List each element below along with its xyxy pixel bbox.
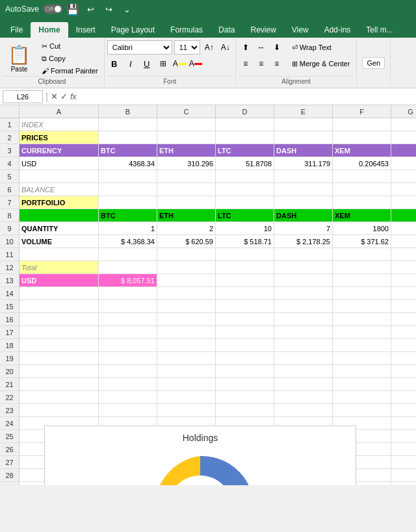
table-cell[interactable] xyxy=(274,404,333,417)
table-cell[interactable] xyxy=(216,352,274,365)
table-cell[interactable] xyxy=(216,118,274,131)
table-cell[interactable]: LTC xyxy=(216,209,274,222)
col-header-a[interactable]: A xyxy=(20,105,99,118)
align-left-button[interactable]: ≡ xyxy=(239,57,253,71)
table-cell[interactable]: BTC xyxy=(99,144,157,157)
table-cell[interactable] xyxy=(391,196,416,209)
table-cell[interactable] xyxy=(333,118,391,131)
table-cell[interactable] xyxy=(391,339,416,352)
table-cell[interactable] xyxy=(157,287,216,300)
table-cell[interactable]: XEM xyxy=(333,144,391,157)
table-cell[interactable] xyxy=(99,118,157,131)
tab-home[interactable]: Home xyxy=(31,22,68,38)
table-cell[interactable] xyxy=(391,313,416,326)
table-cell[interactable] xyxy=(216,391,274,404)
table-cell[interactable] xyxy=(20,313,99,326)
table-cell[interactable] xyxy=(20,287,99,300)
table-cell[interactable] xyxy=(157,118,216,131)
table-cell[interactable] xyxy=(99,170,157,183)
table-cell[interactable] xyxy=(216,404,274,417)
table-cell[interactable] xyxy=(157,391,216,404)
table-cell[interactable] xyxy=(391,261,416,274)
table-cell[interactable] xyxy=(274,261,333,274)
table-cell[interactable] xyxy=(157,352,216,365)
table-cell[interactable] xyxy=(391,326,416,339)
table-cell[interactable]: 4368.34 xyxy=(99,157,157,170)
table-cell[interactable] xyxy=(99,326,157,339)
table-cell[interactable]: $ 371.62 xyxy=(333,235,391,248)
table-cell[interactable] xyxy=(216,378,274,391)
table-cell[interactable] xyxy=(99,196,157,209)
table-cell[interactable] xyxy=(333,326,391,339)
col-header-g[interactable]: G xyxy=(391,105,416,118)
table-cell[interactable] xyxy=(157,378,216,391)
table-cell[interactable] xyxy=(333,183,391,196)
table-cell[interactable] xyxy=(216,365,274,378)
table-cell[interactable] xyxy=(99,339,157,352)
table-cell[interactable] xyxy=(333,196,391,209)
table-cell[interactable] xyxy=(333,300,391,313)
table-cell[interactable]: 0.206453 xyxy=(333,157,391,170)
table-cell[interactable] xyxy=(333,339,391,352)
table-cell[interactable] xyxy=(391,352,416,365)
table-cell[interactable] xyxy=(99,352,157,365)
table-cell[interactable] xyxy=(216,326,274,339)
table-cell[interactable] xyxy=(274,300,333,313)
increase-font-button[interactable]: A↑ xyxy=(202,40,216,55)
table-cell[interactable] xyxy=(333,365,391,378)
table-cell[interactable] xyxy=(391,300,416,313)
tab-page-layout[interactable]: Page Layout xyxy=(103,22,162,38)
table-cell[interactable]: PORTFOILIO xyxy=(20,196,99,209)
table-cell[interactable] xyxy=(333,248,391,261)
table-cell[interactable] xyxy=(274,313,333,326)
paste-button[interactable]: 📋 Paste xyxy=(3,43,36,74)
table-cell[interactable] xyxy=(20,170,99,183)
table-cell[interactable] xyxy=(274,274,333,287)
table-cell[interactable] xyxy=(20,378,99,391)
copy-button[interactable]: ⧉ ⧉ Copy Copy xyxy=(38,53,101,64)
table-cell[interactable] xyxy=(391,118,416,131)
table-cell[interactable] xyxy=(216,313,274,326)
table-cell[interactable] xyxy=(274,118,333,131)
align-middle-button[interactable]: ↔ xyxy=(254,40,268,55)
table-cell[interactable] xyxy=(157,248,216,261)
table-cell[interactable]: CURRENCY xyxy=(20,144,99,157)
table-cell[interactable] xyxy=(157,261,216,274)
table-cell[interactable] xyxy=(20,326,99,339)
table-cell[interactable] xyxy=(216,300,274,313)
format-painter-button[interactable]: 🖌 Format Painter xyxy=(38,66,101,76)
table-cell[interactable] xyxy=(20,365,99,378)
table-cell[interactable] xyxy=(157,170,216,183)
table-cell[interactable] xyxy=(216,183,274,196)
table-cell[interactable] xyxy=(391,248,416,261)
table-cell[interactable] xyxy=(333,287,391,300)
table-cell[interactable]: 310.296 xyxy=(157,157,216,170)
table-cell[interactable] xyxy=(216,261,274,274)
italic-button[interactable]: I xyxy=(124,57,138,71)
table-cell[interactable] xyxy=(99,131,157,144)
table-cell[interactable] xyxy=(216,131,274,144)
align-top-button[interactable]: ⬆ xyxy=(239,40,253,55)
table-cell[interactable] xyxy=(333,378,391,391)
table-cell[interactable] xyxy=(333,170,391,183)
table-cell[interactable] xyxy=(391,482,416,485)
table-cell[interactable]: $ 518.71 xyxy=(216,235,274,248)
table-cell[interactable] xyxy=(274,196,333,209)
table-cell[interactable] xyxy=(333,274,391,287)
table-cell[interactable]: INDEX xyxy=(20,118,99,131)
table-cell[interactable] xyxy=(391,144,416,157)
table-cell[interactable] xyxy=(274,378,333,391)
table-cell[interactable] xyxy=(157,313,216,326)
table-cell[interactable]: 2 xyxy=(157,222,216,235)
table-cell[interactable] xyxy=(333,131,391,144)
table-cell[interactable] xyxy=(157,274,216,287)
table-cell[interactable]: PRICES xyxy=(20,131,99,144)
autosave-toggle[interactable]: Off xyxy=(43,5,62,14)
save-icon[interactable]: 💾 xyxy=(66,3,79,16)
table-cell[interactable] xyxy=(274,183,333,196)
tab-review[interactable]: Review xyxy=(242,22,283,38)
table-cell[interactable] xyxy=(157,326,216,339)
border-button[interactable]: ⊞ xyxy=(156,57,170,71)
table-cell[interactable] xyxy=(333,261,391,274)
undo-icon[interactable]: ↩ xyxy=(83,2,98,16)
